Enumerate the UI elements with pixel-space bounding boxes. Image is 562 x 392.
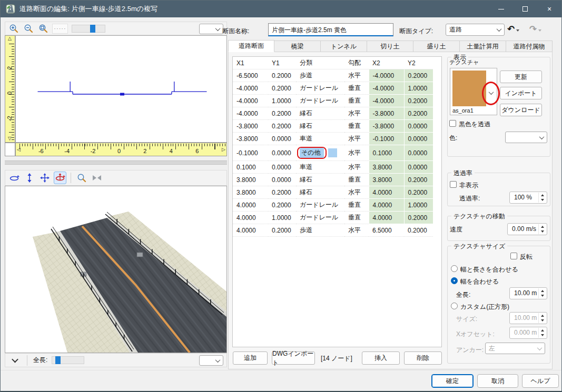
- col-slope[interactable]: 勾配: [344, 57, 369, 69]
- table-cell[interactable]: 6.5000: [369, 224, 404, 237]
- table-cell[interactable]: -4.0000: [369, 69, 404, 82]
- zoom-fit-button[interactable]: [37, 23, 48, 34]
- table-cell[interactable]: 0.1000: [233, 161, 268, 174]
- table-cell[interactable]: 0.2000: [268, 186, 296, 199]
- spinner-arrows[interactable]: [538, 288, 546, 298]
- table-cell[interactable]: -0.1000: [233, 145, 268, 161]
- zoom-out-button[interactable]: [23, 23, 34, 34]
- table-cell[interactable]: 垂直: [344, 120, 369, 133]
- black-transparent-checkbox[interactable]: [449, 120, 456, 127]
- table-cell[interactable]: 0.2000: [268, 107, 296, 120]
- table-cell[interactable]: ガードレール: [296, 95, 344, 107]
- ok-button[interactable]: 確定: [431, 374, 474, 388]
- table-cell[interactable]: 0.2000: [404, 212, 433, 224]
- table-cell[interactable]: -0.1000: [369, 133, 404, 145]
- dwg-import-button[interactable]: DWGインポート: [272, 351, 315, 365]
- hide-checkbox[interactable]: [450, 181, 457, 188]
- orbit-horizontal-button[interactable]: [8, 172, 21, 184]
- ruler-down-arrow-icon[interactable]: ▽: [8, 136, 12, 141]
- custom-square-radio[interactable]: [451, 303, 458, 309]
- import-button[interactable]: インポート: [500, 87, 542, 99]
- table-cell[interactable]: 水平: [344, 186, 369, 199]
- table-cell[interactable]: 水平: [344, 224, 369, 237]
- table-cell[interactable]: 歩道: [296, 224, 344, 237]
- spinner-arrows[interactable]: [538, 328, 546, 338]
- table-cell[interactable]: 縁石: [296, 174, 344, 186]
- length-spinner[interactable]: 10.00 m: [509, 287, 547, 299]
- table-cell[interactable]: 0.0000: [268, 133, 296, 145]
- redo-dropdown-icon[interactable]: [538, 29, 541, 32]
- tilt-vertical-button[interactable]: [23, 172, 36, 184]
- table-cell[interactable]: 4.0000: [369, 186, 404, 199]
- table-cell[interactable]: 水平: [344, 145, 369, 161]
- tab-fill[interactable]: 盛り土: [413, 41, 460, 52]
- table-cell[interactable]: 0.2000: [404, 186, 433, 199]
- col-y2[interactable]: Y2: [404, 57, 433, 69]
- speed-spinner[interactable]: 0.00 m/s: [507, 223, 547, 235]
- preview3d-view-combo[interactable]: [199, 355, 223, 366]
- table-cell[interactable]: 水平: [344, 133, 369, 145]
- table-cell[interactable]: 垂直: [344, 174, 369, 186]
- table-cell[interactable]: -4.0000: [233, 107, 268, 120]
- table-cell[interactable]: 歩道: [296, 69, 344, 82]
- table-cell[interactable]: 垂直: [344, 199, 369, 212]
- spinner-arrows[interactable]: [538, 313, 546, 323]
- table-cell[interactable]: 水平: [344, 107, 369, 120]
- fit-width-radio[interactable]: [451, 277, 458, 284]
- table-cell[interactable]: 4.0000: [233, 224, 268, 237]
- table-cell[interactable]: 0.0000: [404, 133, 433, 145]
- table-cell[interactable]: -6.5000: [233, 69, 268, 82]
- tab-bridge[interactable]: 橋梁: [274, 41, 321, 52]
- table-cell[interactable]: 垂直: [344, 95, 369, 107]
- table-cell[interactable]: -4.0000: [233, 95, 268, 107]
- table-cell[interactable]: 3.8000: [369, 161, 404, 174]
- table-cell[interactable]: 4.0000: [369, 199, 404, 212]
- section-type-select[interactable]: 道路: [446, 24, 505, 36]
- section-name-input[interactable]: 片側一車線-歩道2.5m 黄色: [268, 23, 393, 36]
- col-x1[interactable]: X1: [233, 57, 268, 69]
- table-cell[interactable]: 3.8000: [233, 186, 268, 199]
- fit-both-radio[interactable]: [451, 265, 458, 272]
- flip-checkbox[interactable]: [510, 253, 517, 259]
- delete-button[interactable]: 削除: [404, 351, 442, 365]
- table-cell[interactable]: 0.2000: [268, 224, 296, 237]
- table-cell[interactable]: 1.0000: [404, 199, 433, 212]
- tab-earthwork[interactable]: 土量計算用: [460, 41, 506, 52]
- table-cell[interactable]: 4.0000: [233, 199, 268, 212]
- x-offset-spinner[interactable]: 0.000 m: [509, 327, 547, 339]
- table-cell[interactable]: 0.0000: [404, 145, 433, 161]
- table-cell[interactable]: -4.0000: [369, 82, 404, 95]
- table-cell[interactable]: ガードレール: [296, 212, 344, 224]
- table-cell[interactable]: 0.0000: [404, 120, 433, 133]
- table-cell[interactable]: 0.0000: [268, 145, 296, 161]
- tab-tunnel[interactable]: トンネル: [321, 41, 367, 52]
- close-button[interactable]: ×: [537, 1, 561, 17]
- insert-button[interactable]: 挿入: [362, 351, 400, 365]
- table-cell[interactable]: 0.2000: [268, 69, 296, 82]
- table-cell[interactable]: 1.0000: [404, 82, 433, 95]
- zoom-slider[interactable]: [72, 25, 105, 33]
- table-cell[interactable]: 0.2000: [268, 120, 296, 133]
- grid-settings-button[interactable]: ·····: [52, 24, 68, 34]
- zoom-slider-thumb[interactable]: [90, 25, 95, 33]
- anchor-select[interactable]: 左: [485, 343, 545, 354]
- table-cell[interactable]: -4.0000: [233, 82, 268, 95]
- spinner-arrows[interactable]: [538, 193, 546, 203]
- tab-road-section[interactable]: 道路断面: [228, 40, 274, 52]
- undo-button[interactable]: ↶: [507, 24, 519, 35]
- table-cell[interactable]: -3.8000: [233, 120, 268, 133]
- table-cell[interactable]: -4.0000: [369, 95, 404, 107]
- table-cell[interactable]: ガードレール: [296, 82, 344, 95]
- length-slider-thumb[interactable]: [55, 356, 61, 364]
- tab-cut[interactable]: 切り土: [367, 41, 413, 52]
- table-cell[interactable]: 0.0000: [268, 161, 296, 174]
- table-cell[interactable]: 0.2000: [404, 107, 433, 120]
- table-cell[interactable]: 0.0000: [404, 161, 433, 174]
- col-category[interactable]: 分類: [296, 57, 344, 69]
- cancel-button[interactable]: 取消: [477, 374, 518, 388]
- preview2d-view-combo[interactable]: [199, 24, 223, 34]
- undo-dropdown-icon[interactable]: [516, 29, 519, 32]
- color-select[interactable]: [505, 132, 547, 143]
- table-cell[interactable]: その他: [296, 145, 344, 161]
- table-cell[interactable]: 0.2000: [268, 82, 296, 95]
